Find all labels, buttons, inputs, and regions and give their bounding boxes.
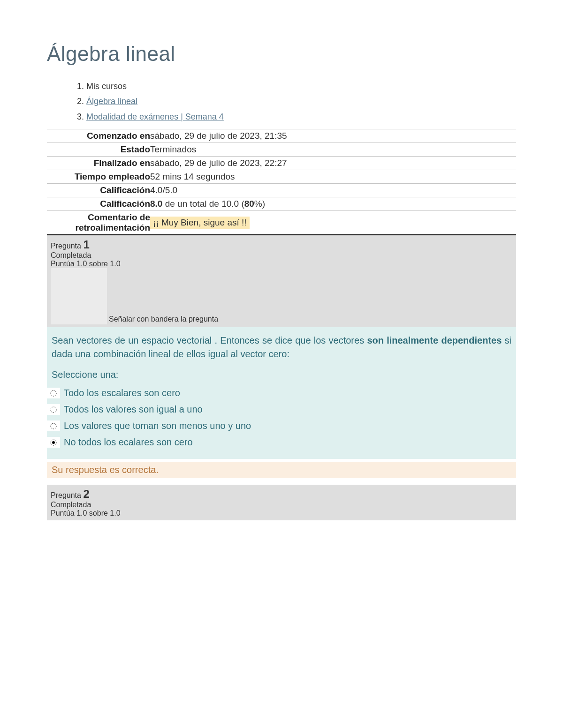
question-state: Completada bbox=[51, 501, 512, 509]
summary-label-time: Tiempo empleado bbox=[47, 170, 150, 184]
question-state: Completada bbox=[51, 251, 512, 260]
question-number: 1 bbox=[83, 238, 89, 251]
stem-part-a: Sean vectores de un espacio vectorial . … bbox=[52, 335, 367, 345]
breadcrumb-item: Modalidad de exámenes | Semana 4 bbox=[86, 109, 516, 124]
grade-mid: de un total de 10.0 ( bbox=[162, 199, 244, 209]
option-row[interactable]: No todos los ecalares son cero bbox=[52, 434, 511, 450]
breadcrumb-label: Mis cursos bbox=[86, 82, 127, 91]
question-header: Pregunta 1 Completada Puntúa 1.0 sobre 1… bbox=[47, 235, 516, 268]
question-header: Pregunta 2 Completada Puntúa 1.0 sobre 1… bbox=[47, 485, 516, 520]
question-media-row: Señalar con bandera la pregunta bbox=[47, 268, 516, 327]
breadcrumb: Mis cursos Álgebra lineal Modalidad de e… bbox=[47, 79, 516, 124]
radio-unselected-icon[interactable] bbox=[47, 420, 60, 431]
summary-value-state: Terminados bbox=[150, 143, 516, 157]
option-row[interactable]: Todo los escalares son cero bbox=[52, 385, 511, 401]
summary-label-grade2: Calificación bbox=[47, 197, 150, 211]
breadcrumb-item: Mis cursos bbox=[86, 79, 516, 94]
grade-bold: 8.0 bbox=[150, 199, 162, 209]
page-title: Álgebra lineal bbox=[47, 42, 516, 66]
question-score: Puntúa 1.0 sobre 1.0 bbox=[51, 260, 512, 268]
breadcrumb-link-course[interactable]: Álgebra lineal bbox=[86, 97, 137, 106]
summary-value-grade2: 8.0 de un total de 10.0 (80%) bbox=[150, 197, 516, 211]
grade-pct: 80 bbox=[244, 199, 254, 209]
option-row[interactable]: Los valores que toman son menos uno y un… bbox=[52, 418, 511, 434]
option-text: Todo los escalares son cero bbox=[64, 388, 180, 398]
summary-label-grade1: Calificación bbox=[47, 184, 150, 197]
attempt-summary-table: Comenzado en sábado, 29 de julio de 2023… bbox=[47, 129, 516, 235]
summary-value-feedback: ¡¡ Muy Bien, sigue así !! bbox=[150, 211, 516, 235]
option-row[interactable]: Todos los valores son igual a uno bbox=[52, 401, 511, 418]
radio-unselected-icon[interactable] bbox=[47, 404, 60, 415]
question-prompt: Seleccione una: bbox=[52, 369, 511, 380]
svg-point-0 bbox=[51, 390, 56, 396]
radio-unselected-icon[interactable] bbox=[47, 388, 60, 398]
stem-bold: son linealmente dependientes bbox=[367, 335, 502, 345]
breadcrumb-link-exam[interactable]: Modalidad de exámenes | Semana 4 bbox=[86, 112, 224, 121]
question-word: Pregunta bbox=[51, 242, 83, 250]
summary-label-finished: Finalizado en bbox=[47, 157, 150, 170]
option-text: Los valores que toman son menos uno y un… bbox=[64, 420, 251, 431]
svg-point-2 bbox=[51, 423, 56, 429]
summary-label-feedback: Comentario de retroalimentación bbox=[47, 211, 150, 235]
summary-value-grade1: 4.0/5.0 bbox=[150, 184, 516, 197]
summary-value-time: 52 mins 14 segundos bbox=[150, 170, 516, 184]
svg-point-1 bbox=[51, 407, 56, 413]
summary-value-started: sábado, 29 de julio de 2023, 21:35 bbox=[150, 129, 516, 143]
summary-value-finished: sábado, 29 de julio de 2023, 22:27 bbox=[150, 157, 516, 170]
flag-question-link[interactable]: Señalar con bandera la pregunta bbox=[109, 315, 218, 324]
question-body: Sean vectores de un espacio vectorial . … bbox=[47, 327, 516, 459]
svg-point-4 bbox=[52, 441, 55, 444]
breadcrumb-item: Álgebra lineal bbox=[86, 94, 516, 109]
summary-label-started: Comenzado en bbox=[47, 129, 150, 143]
answer-feedback: Su respuesta es correcta. bbox=[47, 462, 516, 478]
grade-tail: %) bbox=[254, 199, 265, 209]
option-text: Todos los valores son igual a uno bbox=[64, 404, 203, 415]
question-word: Pregunta bbox=[51, 491, 83, 499]
question-number: 2 bbox=[83, 488, 89, 500]
flag-image-placeholder bbox=[51, 268, 107, 324]
feedback-chip: ¡¡ Muy Bien, sigue así !! bbox=[150, 217, 250, 229]
question-score: Puntúa 1.0 sobre 1.0 bbox=[51, 509, 512, 518]
option-text: No todos los ecalares son cero bbox=[64, 437, 193, 448]
question-stem: Sean vectores de un espacio vectorial . … bbox=[52, 334, 511, 361]
radio-selected-icon[interactable] bbox=[47, 437, 60, 448]
summary-label-state: Estado bbox=[47, 143, 150, 157]
